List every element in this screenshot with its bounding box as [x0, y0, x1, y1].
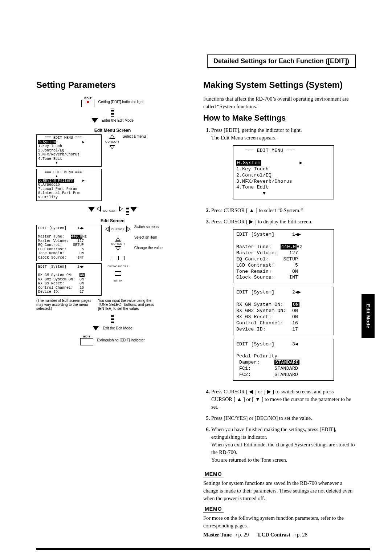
edit-label: EDIT [81, 97, 94, 100]
cursor-down-icon-s [115, 246, 121, 251]
edit-menu-lcd: === EDIT MENU === 0.System ▶ 1.Key Touch… [233, 145, 334, 199]
inc-yes-button-icon [118, 256, 125, 260]
enter-button-icon [115, 271, 121, 276]
memo-1-text: Settings for system functions are saved … [203, 479, 356, 502]
select-item-label: Select an item [134, 235, 157, 239]
decno-label: DEC/NO [107, 265, 117, 268]
cursor-label-s1: CURSOR [111, 228, 125, 231]
left-column: Setting Parameters EDIT Getting [EDIT] i… [36, 80, 189, 538]
edit-screen-lcd2: EDIT [System] 2◀▶ RX GM System ON: ON RX… [36, 263, 102, 296]
step-6a-text: When you have finished making the settin… [211, 426, 336, 440]
system-lcd-3-title: EDIT [System] 3◀ [236, 341, 301, 347]
step-1: Press [EDIT], getting the indicator to l… [211, 126, 356, 203]
tone-select-note: You can input the value using the TONE S… [98, 299, 156, 311]
system-lcd2-hl: ON [292, 302, 299, 307]
system-lcd3-hl: STANDARD [274, 360, 299, 365]
edit-screen1-hl: 440.0 [71, 235, 82, 239]
reference-links: Master Tune →p. 29 LCD Contrast →p. 28 [203, 532, 356, 538]
cursor-label-s2: CURSOR [111, 242, 125, 246]
master-tune-ref-label: Master Tune → [203, 532, 238, 538]
cursor-right-icon-s [126, 226, 131, 232]
master-tune-ref-page: p. 29 [238, 532, 249, 538]
edit-screen-title: Edit Screen [36, 218, 189, 223]
system-lcd-2-title: EDIT [System] 2◀▶ [236, 289, 301, 295]
cursor-up-icon-s [115, 237, 121, 242]
page-header-title: Detailed Settings for Each Function ([ED… [207, 54, 356, 68]
extinguish-label: Extinguishing [EDIT] indicator [97, 338, 144, 342]
getting-indicator-label: Getting [EDIT] indicator light [98, 100, 143, 104]
step-5-text: Press [INC/YES] or [DEC/NO] to set the v… [211, 415, 312, 421]
step-4-text: Press CURSOR [ ◀ ] or [ ▶ ] to switch sc… [211, 389, 351, 410]
step-4: Press CURSOR [ ◀ ] or [ ▶ ] to switch sc… [211, 388, 356, 411]
change-value-label: Change the value [134, 246, 163, 250]
step-5: Press [INC/YES] or [DEC/NO] to set the v… [211, 414, 356, 422]
memo-2-text: For more on the following system functio… [203, 514, 356, 530]
system-lcd-2: EDIT [System] 2◀▶ RX GM System ON: ON RX… [233, 287, 334, 335]
step-6: When you have finished making the settin… [211, 426, 356, 464]
edit-screen2-hl: ON [79, 273, 85, 277]
step-1-line1: Press [EDIT], getting the indicator to l… [211, 127, 302, 133]
edit-menu-screen-title: Edit Menu Screen [36, 128, 189, 133]
edit-menu-selected-bottom: 5.Rhythm Pattern [38, 179, 74, 183]
step-2: Press CURSOR [ ▲ ] to select “0.System.” [211, 207, 356, 214]
pages-vary-note: (The number of Edit screen pages may var… [36, 299, 94, 311]
flow-stripe-exit-icon [111, 315, 114, 323]
exit-edit-mode-label: Exit the Edit Mode [103, 326, 132, 330]
step-3: Press CURSOR [ ▶ ] to display the Edit s… [211, 218, 356, 384]
incyes-label: INC/YES [118, 265, 128, 268]
enter-label: ENTER [114, 279, 122, 282]
flow-stripe-icon2 [126, 207, 129, 215]
cursor-label-center: CURSOR [103, 209, 117, 212]
flow-down-arrow-icon [91, 118, 98, 123]
lcd-contrast-ref-page: p. 28 [297, 532, 307, 538]
cursor-up-icon [109, 134, 115, 139]
edit-menu-selected-top: 0.System [38, 140, 56, 144]
step-6b-text: When you exit Edit mode, the changed Sys… [211, 442, 355, 455]
cursor-left-icon [97, 206, 101, 212]
step-2-text: Press CURSOR [ ▲ ] to select “0.System.” [211, 207, 303, 213]
select-menu-label: Select a menu [123, 134, 146, 138]
edit-menu-lcd-bottom: === EDIT MENU === ▲ 5.Rhythm Pattern ▶ 6… [36, 169, 102, 201]
memo-label-2: MEMO [203, 505, 224, 513]
cursor-label-small: CURSOR [105, 140, 119, 143]
edit-menu-lcd-top: === EDIT MENU === 0.System ▶ 1.Key Touch… [36, 134, 102, 167]
system-lcd1-hl: 440.0 [281, 244, 297, 250]
edit-label-bottom: EDIT [80, 335, 93, 338]
setting-parameters-heading: Setting Parameters [36, 80, 189, 90]
right-column: Making System Settings (System) Function… [203, 80, 356, 538]
flow-exit-down-icon [93, 326, 99, 331]
edit-screen-lcd1: EDIT [System] 1◀▶ Master Tune: 440.0Hz M… [36, 225, 102, 261]
edit-menu-lcd-title: === EDIT MENU === [236, 148, 295, 153]
memo-label-1: MEMO [203, 470, 224, 478]
step-6c-text: You are returned to the Tone screen. [211, 457, 287, 463]
flow-stripe-icon [111, 109, 114, 117]
system-intro-text: Functions that affect the RD-700’s overa… [203, 95, 356, 110]
how-to-make-settings-heading: How to Make Settings [203, 113, 356, 123]
step-1-line2: The Edit Menu screen appears. [211, 135, 277, 141]
switch-screens-label: Switch screens [134, 225, 159, 229]
system-lcd-3: EDIT [System] 3◀ Pedal Polarity Damper: … [233, 339, 334, 381]
system-lcd-1-title: EDIT [System] 1◀▶ [236, 232, 301, 237]
system-lcd-1: EDIT [System] 1◀▶ Master Tune: 440.0Hz M… [233, 229, 334, 283]
steps-list: Press [EDIT], getting the indicator to l… [203, 126, 356, 464]
cursor-down-icon [109, 145, 115, 149]
footer-rule [36, 548, 370, 550]
cursor-left-icon-s [105, 226, 110, 232]
edit-indicator-off [80, 338, 93, 345]
flow-return-down-icon [130, 207, 137, 212]
flow-down-icon [88, 207, 95, 212]
step-3-text: Press CURSOR [ ▶ ] to display the Edit s… [211, 219, 313, 224]
enter-edit-mode-label: Enter the Edit Mode [102, 118, 134, 122]
edit-indicator-on [81, 100, 94, 107]
dec-no-button-icon [111, 256, 117, 260]
making-system-settings-heading: Making System Settings (System) [203, 80, 356, 90]
edit-menu-selected: 0.System [236, 160, 261, 166]
side-tab-edit-mode: Edit Mode [362, 294, 375, 338]
lcd-contrast-ref-label: LCD Contrast → [258, 532, 297, 538]
cursor-right-icon [119, 206, 123, 212]
